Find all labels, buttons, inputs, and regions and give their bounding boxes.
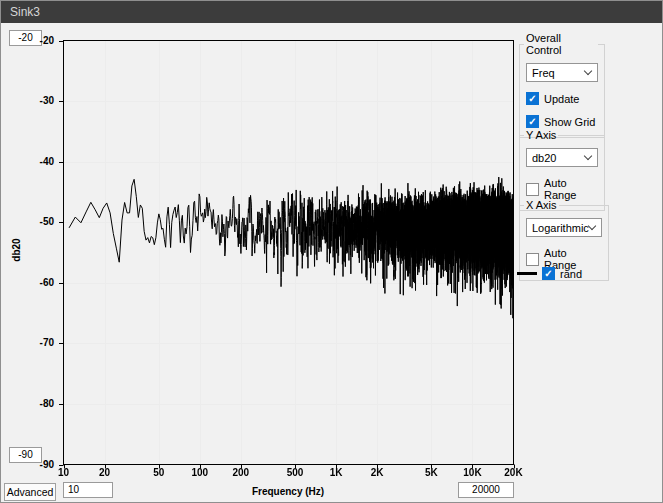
legend: ✓ rand bbox=[517, 267, 582, 280]
check-icon: ✓ bbox=[528, 117, 536, 127]
y-tick-label: -30 bbox=[25, 95, 54, 106]
x-tick-label: 50 bbox=[139, 467, 179, 478]
titlebar[interactable]: Sink3 bbox=[1, 1, 662, 23]
y-tick-label: -60 bbox=[25, 277, 54, 288]
update-row: ✓ Update bbox=[526, 92, 598, 105]
x-tick-label: 20K bbox=[494, 467, 534, 478]
y-tick-label: -20 bbox=[25, 35, 54, 46]
y-axis-title: db20 bbox=[11, 230, 23, 270]
y-auto-range-checkbox[interactable]: ✓ bbox=[526, 183, 539, 196]
x-tick-label: 10K bbox=[452, 467, 492, 478]
spectrum-plot[interactable] bbox=[57, 40, 515, 470]
x-tick-label: 5K bbox=[411, 467, 451, 478]
show-grid-checkbox[interactable]: ✓ bbox=[526, 115, 539, 128]
advanced-button[interactable]: Advanced bbox=[4, 483, 56, 501]
x-min-input[interactable]: 10 bbox=[63, 482, 113, 498]
window-title: Sink3 bbox=[10, 5, 40, 19]
overall-control-group-title: Overall Control bbox=[524, 32, 598, 56]
sink-window: Sink3 -20 -90 db20 Frequency (Hz) 10 200… bbox=[0, 0, 663, 503]
y-axis-group-title: Y Axis bbox=[524, 129, 558, 141]
x-tick-label: 500 bbox=[275, 467, 315, 478]
y-tick-label: -50 bbox=[25, 216, 54, 227]
update-label: Update bbox=[544, 93, 579, 105]
chevron-down-icon bbox=[584, 152, 592, 160]
overall-control-dropdown[interactable]: Freq bbox=[526, 63, 598, 82]
y-tick-label: -40 bbox=[25, 156, 54, 167]
x-tick-label: 20 bbox=[85, 467, 125, 478]
rand-series-checkbox[interactable]: ✓ bbox=[542, 267, 555, 280]
series-line-swatch bbox=[517, 272, 537, 275]
y-axis-dropdown-value: db20 bbox=[532, 152, 556, 164]
x-tick-label: 10 bbox=[44, 467, 84, 478]
y-tick-label: -70 bbox=[25, 337, 54, 348]
x-tick-label: 1K bbox=[316, 467, 356, 478]
x-tick-label: 100 bbox=[180, 467, 220, 478]
chevron-down-icon bbox=[584, 67, 592, 75]
x-axis-group-title: X Axis bbox=[524, 199, 559, 211]
overall-control-dropdown-value: Freq bbox=[532, 67, 555, 79]
overall-control-group: Overall Control Freq ✓ Update ✓ Show Gri… bbox=[519, 32, 605, 138]
x-auto-range-checkbox[interactable]: ✓ bbox=[526, 253, 539, 266]
x-tick-label: 200 bbox=[221, 467, 261, 478]
check-icon: ✓ bbox=[544, 269, 552, 279]
y-auto-range-row: ✓ Auto Range bbox=[526, 177, 598, 201]
show-grid-label: Show Grid bbox=[544, 116, 595, 128]
y-auto-range-label: Auto Range bbox=[544, 177, 598, 201]
x-axis-dropdown[interactable]: Logarithmic bbox=[526, 218, 602, 237]
update-checkbox[interactable]: ✓ bbox=[526, 92, 539, 105]
check-icon: ✓ bbox=[528, 94, 536, 104]
show-grid-row: ✓ Show Grid bbox=[526, 115, 598, 128]
x-tick-label: 2K bbox=[357, 467, 397, 478]
x-axis-dropdown-value: Logarithmic bbox=[532, 222, 589, 234]
y-tick-label: -80 bbox=[25, 398, 54, 409]
y-axis-dropdown[interactable]: db20 bbox=[526, 148, 598, 167]
x-axis-title: Frequency (Hz) bbox=[63, 486, 513, 497]
x-max-input[interactable]: 20000 bbox=[458, 482, 514, 498]
series-label: rand bbox=[560, 268, 582, 280]
